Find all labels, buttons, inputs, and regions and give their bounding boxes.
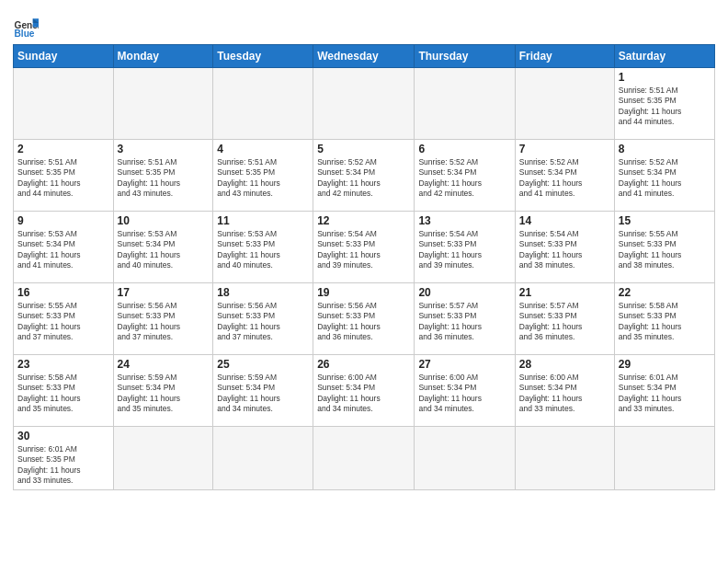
day-info: Sunrise: 5:57 AM Sunset: 5:33 PM Dayligh… — [519, 301, 610, 343]
day-number: 15 — [619, 214, 711, 227]
day-number: 19 — [317, 286, 410, 299]
calendar-cell: 15Sunrise: 5:55 AM Sunset: 5:33 PM Dayli… — [614, 212, 714, 283]
day-info: Sunrise: 5:51 AM Sunset: 5:35 PM Dayligh… — [619, 86, 711, 128]
header: General Blue — [13, 9, 715, 39]
day-info: Sunrise: 5:53 AM Sunset: 5:34 PM Dayligh… — [118, 229, 210, 271]
day-info: Sunrise: 5:51 AM Sunset: 5:35 PM Dayligh… — [118, 157, 210, 200]
calendar-cell: 11Sunrise: 5:53 AM Sunset: 5:33 PM Dayli… — [213, 212, 313, 283]
day-number: 12 — [317, 214, 410, 227]
day-info: Sunrise: 6:01 AM Sunset: 5:34 PM Dayligh… — [619, 373, 711, 415]
calendar-cell: 26Sunrise: 6:00 AM Sunset: 5:34 PM Dayli… — [313, 355, 415, 427]
calendar-cell: 12Sunrise: 5:54 AM Sunset: 5:33 PM Dayli… — [313, 212, 415, 283]
calendar-cell — [614, 427, 714, 490]
calendar-cell: 17Sunrise: 5:56 AM Sunset: 5:33 PM Dayli… — [113, 283, 213, 355]
calendar-cell: 3Sunrise: 5:51 AM Sunset: 5:35 PM Daylig… — [113, 140, 213, 212]
day-number: 5 — [317, 143, 410, 155]
calendar-cell: 13Sunrise: 5:54 AM Sunset: 5:33 PM Dayli… — [415, 212, 515, 283]
calendar-week-row: 23Sunrise: 5:58 AM Sunset: 5:33 PM Dayli… — [14, 355, 715, 427]
calendar-cell: 24Sunrise: 5:59 AM Sunset: 5:34 PM Dayli… — [113, 355, 213, 427]
day-info: Sunrise: 5:54 AM Sunset: 5:33 PM Dayligh… — [317, 229, 410, 271]
calendar-cell — [515, 427, 614, 490]
calendar-cell: 28Sunrise: 6:00 AM Sunset: 5:34 PM Dayli… — [515, 355, 614, 427]
calendar-cell — [313, 68, 415, 140]
day-number: 20 — [418, 286, 510, 299]
calendar-cell: 30Sunrise: 6:01 AM Sunset: 5:35 PM Dayli… — [14, 427, 114, 490]
calendar-cell: 19Sunrise: 5:56 AM Sunset: 5:33 PM Dayli… — [313, 283, 415, 355]
day-number: 28 — [519, 358, 610, 371]
day-number: 30 — [17, 430, 109, 442]
calendar-week-row: 16Sunrise: 5:55 AM Sunset: 5:33 PM Dayli… — [14, 283, 715, 355]
col-header-monday: Monday — [113, 45, 213, 68]
day-number: 9 — [17, 214, 109, 227]
day-info: Sunrise: 5:56 AM Sunset: 5:33 PM Dayligh… — [317, 301, 410, 343]
day-number: 18 — [217, 286, 309, 299]
day-info: Sunrise: 5:51 AM Sunset: 5:35 PM Dayligh… — [17, 157, 109, 200]
calendar-cell: 10Sunrise: 5:53 AM Sunset: 5:34 PM Dayli… — [113, 212, 213, 283]
col-header-thursday: Thursday — [415, 45, 515, 68]
calendar-header-row: SundayMondayTuesdayWednesdayThursdayFrid… — [14, 45, 715, 68]
calendar-cell: 2Sunrise: 5:51 AM Sunset: 5:35 PM Daylig… — [14, 140, 114, 212]
calendar-table: SundayMondayTuesdayWednesdayThursdayFrid… — [13, 44, 715, 490]
calendar-cell: 16Sunrise: 5:55 AM Sunset: 5:33 PM Dayli… — [14, 283, 114, 355]
day-info: Sunrise: 6:00 AM Sunset: 5:34 PM Dayligh… — [317, 373, 410, 415]
calendar-cell: 4Sunrise: 5:51 AM Sunset: 5:35 PM Daylig… — [213, 140, 313, 212]
calendar-cell: 8Sunrise: 5:52 AM Sunset: 5:34 PM Daylig… — [614, 140, 714, 212]
calendar-cell — [113, 427, 213, 490]
calendar-cell: 1Sunrise: 5:51 AM Sunset: 5:35 PM Daylig… — [614, 68, 714, 140]
day-info: Sunrise: 5:52 AM Sunset: 5:34 PM Dayligh… — [619, 157, 711, 200]
day-info: Sunrise: 5:53 AM Sunset: 5:34 PM Dayligh… — [17, 229, 109, 271]
day-info: Sunrise: 6:00 AM Sunset: 5:34 PM Dayligh… — [519, 373, 610, 415]
calendar-cell — [213, 427, 313, 490]
day-number: 27 — [418, 358, 510, 371]
day-info: Sunrise: 5:59 AM Sunset: 5:34 PM Dayligh… — [118, 373, 210, 415]
calendar-cell: 18Sunrise: 5:56 AM Sunset: 5:33 PM Dayli… — [213, 283, 313, 355]
calendar-cell: 27Sunrise: 6:00 AM Sunset: 5:34 PM Dayli… — [415, 355, 515, 427]
calendar-cell: 7Sunrise: 5:52 AM Sunset: 5:34 PM Daylig… — [515, 140, 614, 212]
day-number: 3 — [118, 143, 210, 155]
day-number: 24 — [118, 358, 210, 371]
logo: General Blue — [13, 13, 39, 39]
svg-text:Blue: Blue — [15, 29, 35, 39]
col-header-wednesday: Wednesday — [313, 45, 415, 68]
day-info: Sunrise: 5:56 AM Sunset: 5:33 PM Dayligh… — [118, 301, 210, 343]
calendar-cell: 6Sunrise: 5:52 AM Sunset: 5:34 PM Daylig… — [415, 140, 515, 212]
col-header-saturday: Saturday — [614, 45, 714, 68]
day-info: Sunrise: 5:55 AM Sunset: 5:33 PM Dayligh… — [619, 229, 711, 271]
calendar-cell — [113, 68, 213, 140]
day-number: 4 — [217, 143, 309, 155]
day-number: 8 — [619, 143, 711, 155]
page: General Blue SundayMondayTuesdayWednesda… — [0, 0, 728, 563]
col-header-friday: Friday — [515, 45, 614, 68]
day-number: 16 — [17, 286, 109, 299]
day-info: Sunrise: 5:53 AM Sunset: 5:33 PM Dayligh… — [217, 229, 309, 271]
calendar-week-row: 30Sunrise: 6:01 AM Sunset: 5:35 PM Dayli… — [14, 427, 715, 490]
day-info: Sunrise: 5:56 AM Sunset: 5:33 PM Dayligh… — [217, 301, 309, 343]
day-info: Sunrise: 5:54 AM Sunset: 5:33 PM Dayligh… — [519, 229, 610, 271]
calendar-cell: 21Sunrise: 5:57 AM Sunset: 5:33 PM Dayli… — [515, 283, 614, 355]
day-info: Sunrise: 5:52 AM Sunset: 5:34 PM Dayligh… — [519, 157, 610, 200]
calendar-cell: 22Sunrise: 5:58 AM Sunset: 5:33 PM Dayli… — [614, 283, 714, 355]
calendar-cell: 5Sunrise: 5:52 AM Sunset: 5:34 PM Daylig… — [313, 140, 415, 212]
day-info: Sunrise: 5:52 AM Sunset: 5:34 PM Dayligh… — [317, 157, 410, 200]
day-info: Sunrise: 6:00 AM Sunset: 5:34 PM Dayligh… — [418, 373, 510, 415]
day-number: 21 — [519, 286, 610, 299]
day-number: 22 — [619, 286, 711, 299]
day-info: Sunrise: 5:58 AM Sunset: 5:33 PM Dayligh… — [17, 373, 109, 415]
calendar-cell — [415, 68, 515, 140]
calendar-cell — [213, 68, 313, 140]
calendar-cell: 14Sunrise: 5:54 AM Sunset: 5:33 PM Dayli… — [515, 212, 614, 283]
day-number: 7 — [519, 143, 610, 155]
day-number: 26 — [317, 358, 410, 371]
day-number: 10 — [118, 214, 210, 227]
day-number: 13 — [418, 214, 510, 227]
calendar-cell: 25Sunrise: 5:59 AM Sunset: 5:34 PM Dayli… — [213, 355, 313, 427]
day-number: 23 — [17, 358, 109, 371]
day-number: 1 — [619, 71, 711, 84]
day-number: 25 — [217, 358, 309, 371]
logo-icon: General Blue — [13, 13, 39, 39]
day-number: 17 — [118, 286, 210, 299]
calendar-cell — [415, 427, 515, 490]
day-info: Sunrise: 5:54 AM Sunset: 5:33 PM Dayligh… — [418, 229, 510, 271]
calendar-week-row: 1Sunrise: 5:51 AM Sunset: 5:35 PM Daylig… — [14, 68, 715, 140]
day-number: 11 — [217, 214, 309, 227]
